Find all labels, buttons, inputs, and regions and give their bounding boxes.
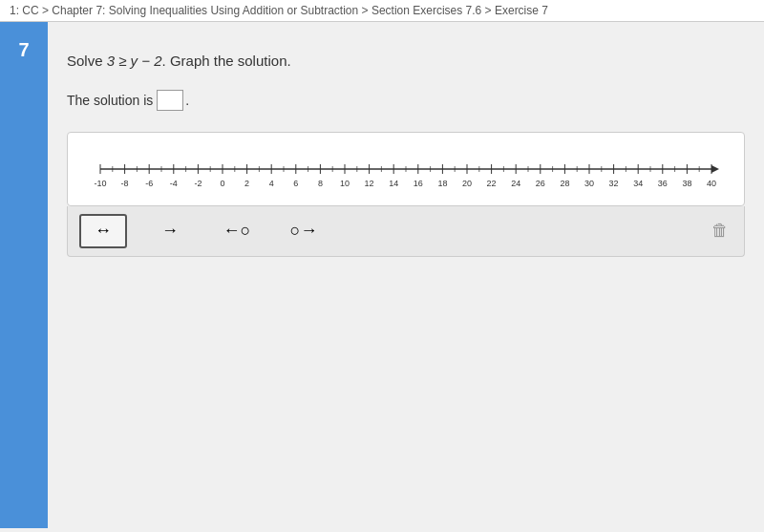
svg-text:2: 2 [244,179,249,188]
svg-text:0: 0 [220,179,224,188]
problem-suffix: . Graph the solution. [162,53,291,69]
graph-toolbar: ↔ → ←○ ○→ 🗑 [67,206,745,257]
solution-period: . [185,93,189,108]
svg-text:26: 26 [536,179,545,188]
svg-text:-6: -6 [145,179,153,188]
svg-text:10: 10 [340,179,350,188]
solution-row: The solution is . [67,90,745,111]
svg-text:12: 12 [365,179,374,188]
svg-text:28: 28 [560,179,569,188]
problem-statement: Solve 3 ≥ y − 2. Graph the solution. [67,51,745,73]
exercise-number-badge: 7 [0,22,48,528]
svg-text:30: 30 [584,179,594,188]
svg-text:34: 34 [633,179,643,188]
svg-text:-4: -4 [170,179,178,188]
delete-btn[interactable]: 🗑 [708,217,732,245]
tool-closed-both-btn[interactable]: ↔ [79,214,127,248]
breadcrumb: 1: CC > Chapter 7: Solving Inequalities … [0,0,764,22]
svg-text:8: 8 [318,179,323,188]
tool-closed-left-open-right-btn[interactable]: ←○ [213,214,261,248]
svg-text:24: 24 [511,179,520,188]
svg-text:14: 14 [389,179,398,188]
svg-text:36: 36 [658,179,668,188]
svg-text:22: 22 [487,179,497,188]
svg-text:18: 18 [437,179,447,188]
svg-text:-8: -8 [121,179,129,188]
solution-label: The solution is [67,93,153,108]
tool-open-both-btn[interactable]: → [146,214,194,248]
svg-marker-1 [711,165,719,173]
solution-input-box[interactable] [157,90,183,111]
problem-prefix: Solve [67,53,107,69]
svg-text:4: 4 [269,179,274,188]
exercise-body: Solve 3 ≥ y − 2. Graph the solution. The… [48,22,764,528]
svg-text:6: 6 [293,179,298,188]
svg-text:40: 40 [707,179,716,188]
number-line-wrapper: -10 -8 -6 -4 -2 0 2 4 6 8 10 12 14 [77,150,734,198]
problem-inequality: 3 ≥ y − 2 [107,53,162,69]
svg-text:-2: -2 [194,179,202,188]
svg-text:16: 16 [414,179,423,188]
svg-text:32: 32 [609,179,619,188]
svg-text:-10: -10 [94,179,106,188]
tool-open-left-closed-right-btn[interactable]: ○→ [280,214,328,248]
svg-text:38: 38 [682,179,691,188]
number-line-container: -10 -8 -6 -4 -2 0 2 4 6 8 10 12 14 [67,132,745,206]
svg-text:20: 20 [462,179,472,188]
number-line-svg: -10 -8 -6 -4 -2 0 2 4 6 8 10 12 14 [91,150,721,198]
